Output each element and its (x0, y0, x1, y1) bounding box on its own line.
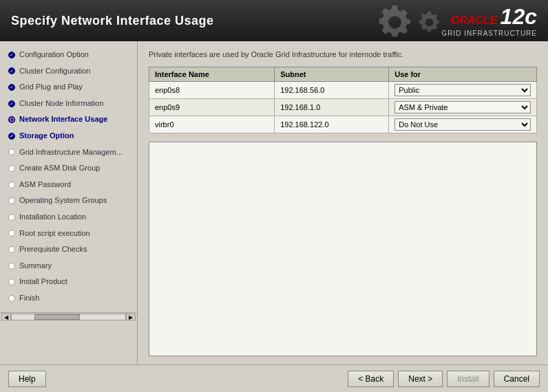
scrollbar-thumb (34, 314, 80, 320)
footer-right: < Back Next > Install Cancel (348, 371, 540, 387)
sidebar-label-os-groups: Operating System Groups (19, 195, 107, 207)
interface-name-cell: enp0s9 (149, 99, 275, 116)
interface-name-cell: virbr0 (149, 116, 275, 133)
sidebar-item-create-asm-disk-group: Create ASM Disk Group (0, 160, 137, 177)
notes-area (149, 142, 537, 356)
use-for-cell[interactable]: PublicPrivateASM & PrivateDo Not Use (389, 99, 537, 116)
table-row[interactable]: enp0s8192.168.56.0PublicPrivateASM & Pri… (149, 82, 537, 99)
interface-name-cell: enp0s8 (149, 82, 275, 99)
sidebar-label-summary: Summary (19, 260, 52, 272)
sidebar-label-grid-infra-mgmt: Grid Infrastructure Managem... (19, 146, 123, 159)
sidebar-label-cluster-configuration: Cluster Configuration (19, 65, 90, 78)
sidebar-item-asm-password: ASM Password (0, 177, 137, 193)
sidebar-label-root-script: Root script execution (19, 228, 90, 240)
col-header-use-for: Use for (389, 67, 537, 82)
help-button[interactable]: Help (8, 371, 46, 387)
sidebar-item-install-location: Installation Location (0, 209, 137, 226)
sidebar-item-cluster-node-information[interactable]: ✓Cluster Node Information (0, 96, 137, 112)
sidebar-item-prereq-checks: Prerequisite Checks (0, 241, 137, 258)
oracle-label: ORACLE (451, 14, 498, 27)
sidebar-label-configuration-option: Configuration Option (19, 49, 89, 61)
header: Specify Network Interface Usage ORACLE 1… (0, 0, 548, 41)
sidebar-scrollbar: ◀ ▶ (0, 312, 137, 322)
subnet-cell: 192.168.122.0 (275, 116, 389, 133)
table-row[interactable]: virbr0192.168.122.0PublicPrivateASM & Pr… (149, 116, 537, 133)
col-header-subnet: Subnet (275, 67, 389, 82)
main-container: ✓Configuration Option✓Cluster Configurat… (0, 41, 548, 364)
sidebar-item-grid-plug-and-play[interactable]: ✓Grid Plug and Play (0, 79, 137, 96)
use-for-select-2[interactable]: PublicPrivateASM & PrivateDo Not Use (394, 118, 531, 131)
gear-decoration-small-icon (417, 10, 441, 34)
subnet-cell: 192.168.1.0 (275, 99, 389, 116)
table-row[interactable]: enp0s9192.168.1.0PublicPrivateASM & Priv… (149, 99, 537, 116)
sidebar-label-prereq-checks: Prerequisite Checks (19, 243, 87, 256)
sidebar-label-install-location: Installation Location (19, 211, 86, 224)
scroll-right-button[interactable]: ▶ (126, 314, 136, 320)
sidebar-item-root-script: Root script execution (0, 226, 137, 242)
sidebar-item-network-interface-usage[interactable]: Network Interface Usage (0, 111, 137, 128)
sidebar-label-network-interface-usage: Network Interface Usage (19, 113, 107, 126)
sidebar-item-storage-option[interactable]: ✓Storage Option (0, 128, 137, 144)
version-label: 12c (500, 4, 537, 30)
sidebar-label-finish: Finish (19, 292, 39, 305)
use-for-cell[interactable]: PublicPrivateASM & PrivateDo Not Use (389, 116, 537, 133)
oracle-logo: ORACLE 12c GRID INFRASTRUCTURE (442, 4, 537, 37)
sidebar-item-cluster-configuration[interactable]: ✓Cluster Configuration (0, 63, 137, 80)
grid-infra-label: GRID INFRASTRUCTURE (442, 30, 537, 37)
sidebar-item-grid-infra-mgmt: Grid Infrastructure Managem... (0, 144, 137, 161)
page-title: Specify Network Interface Usage (11, 14, 214, 28)
sidebar-label-create-asm-disk-group: Create ASM Disk Group (19, 162, 100, 175)
sidebar-item-configuration-option[interactable]: ✓Configuration Option (0, 47, 137, 63)
sidebar-label-storage-option: Storage Option (19, 130, 74, 142)
scroll-left-button[interactable]: ◀ (1, 314, 11, 320)
gear-decoration-icon (376, 3, 414, 41)
scrollbar-track[interactable] (11, 314, 126, 320)
subnet-cell: 192.168.56.0 (275, 82, 389, 99)
cancel-button[interactable]: Cancel (494, 371, 540, 387)
use-for-cell[interactable]: PublicPrivateASM & PrivateDo Not Use (389, 82, 537, 99)
content-area: Private interfaces are used by Oracle Gr… (138, 41, 548, 364)
sidebar-item-install-product: Install Product (0, 274, 137, 290)
sidebar-label-install-product: Install Product (19, 276, 67, 288)
sidebar: ✓Configuration Option✓Cluster Configurat… (0, 41, 138, 312)
sidebar-label-grid-plug-and-play: Grid Plug and Play (19, 81, 83, 94)
use-for-select-1[interactable]: PublicPrivateASM & PrivateDo Not Use (394, 101, 531, 113)
col-header-interface: Interface Name (149, 67, 275, 82)
sidebar-item-summary: Summary (0, 258, 137, 274)
sidebar-item-os-groups: Operating System Groups (0, 193, 137, 209)
install-button[interactable]: Install (447, 371, 489, 387)
sidebar-label-asm-password: ASM Password (19, 179, 71, 191)
footer: Help < Back Next > Install Cancel (0, 364, 548, 392)
sidebar-item-finish: Finish (0, 290, 137, 307)
use-for-select-0[interactable]: PublicPrivateASM & PrivateDo Not Use (394, 84, 531, 96)
next-button[interactable]: Next > (398, 371, 443, 387)
description-text: Private interfaces are used by Oracle Gr… (149, 50, 537, 60)
sidebar-label-cluster-node-information: Cluster Node Information (19, 98, 103, 110)
interface-table: Interface Name Subnet Use for enp0s8192.… (149, 67, 537, 133)
back-button[interactable]: < Back (348, 371, 394, 387)
footer-left: Help (8, 371, 46, 387)
